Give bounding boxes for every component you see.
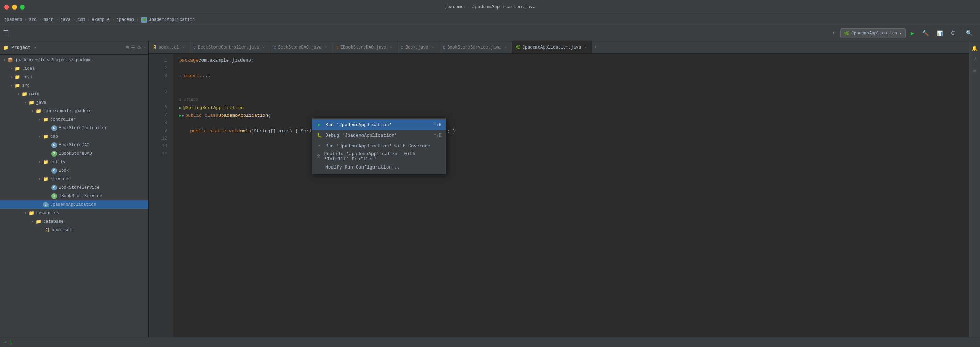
menu-item-coverage[interactable]: ☂ Run 'JpademoApplication' with Coverage [312, 140, 446, 151]
menu-label-modify: Modify Run Configuration... [325, 165, 400, 170]
profile-button[interactable]: ⏱ [948, 28, 958, 38]
window-controls[interactable] [4, 5, 25, 10]
tree-item-controller[interactable]: ▾ 📁 controller [0, 115, 148, 124]
vcs-up-icon: ↑ [832, 31, 835, 36]
main-layout: 📁 Project ▾ ⊟ ☰ ⚙ − ▾ 📦 jpademo ~/IdeaPr… [0, 41, 980, 337]
java-c-tab-icon-book: C [401, 45, 403, 49]
menu-item-modify[interactable]: Modify Run Configuration... [312, 162, 446, 172]
vcs-update-button[interactable]: ↑ [829, 28, 838, 38]
tree-item-ibookstoredao[interactable]: I IBookStoreDAO [0, 150, 148, 158]
project-tree: ▾ 📦 jpademo ~/IdeaProjects/jpademo › 📁 .… [0, 54, 148, 337]
folder-idea-icon: 📁 [14, 66, 20, 72]
tree-item-jpademo-app[interactable]: C JpademoApplication [0, 201, 148, 209]
search-everywhere-button[interactable]: 🔍 [963, 28, 976, 38]
tree-item-mvn[interactable]: › 📁 .mvn [0, 73, 148, 81]
tab-close-idao[interactable]: ✕ [388, 45, 393, 50]
tree-item-bookstoredao[interactable]: C BookStoreDAO [0, 141, 148, 150]
profile-icon: ⏱ [951, 30, 956, 36]
expand-all-icon[interactable]: ☰ [130, 45, 135, 51]
breadcrumb-item-example[interactable]: example [92, 18, 110, 22]
code-line-1: package com.example.jpademo; [179, 57, 969, 64]
tree-label-controller: controller [50, 117, 76, 122]
folder-dao-icon: 📁 [43, 134, 48, 140]
tab-close-app[interactable]: ✕ [583, 45, 588, 50]
code-line-14 [179, 151, 969, 159]
tab-close-book[interactable]: ✕ [431, 45, 436, 50]
menu-item-run[interactable]: ▶ Run 'JpademoApplication' ⌃⇧R [312, 119, 446, 130]
run-gutter-icon-7b[interactable]: ▶ [182, 112, 185, 120]
folder-mvn-icon: 📁 [14, 74, 20, 80]
tree-item-ibookstoreservice[interactable]: I IBookStoreService [0, 192, 148, 201]
run-gutter-icon-7[interactable]: ▶ [179, 112, 181, 120]
run-button[interactable]: ▶ [908, 28, 917, 38]
tree-item-project-root[interactable]: ▾ 📦 jpademo ~/IdeaProjects/jpademo [0, 56, 148, 64]
tree-item-package[interactable]: ▾ 📁 com.example.jpademo [0, 107, 148, 115]
collapse-icon[interactable]: ▸ [179, 72, 181, 80]
breadcrumb-item-jpademo[interactable]: jpademo [4, 18, 22, 22]
tree-item-booksql[interactable]: 🗄 book.sql [0, 226, 148, 234]
maximize-button[interactable] [20, 5, 25, 10]
tree-label-dao: dao [50, 134, 58, 139]
coverage-button[interactable]: 📊 [934, 28, 946, 38]
tab-ibookstoredao[interactable]: ! IBookStoreDAO.java ✕ [332, 41, 397, 54]
breadcrumb-item-src[interactable]: src [29, 18, 37, 22]
close-sidebar-icon[interactable]: − [143, 45, 145, 51]
usages-hint: 2 usages [179, 96, 969, 103]
tree-item-dao[interactable]: ▾ 📁 dao [0, 132, 148, 141]
terminal-icon[interactable]: ⌨ [970, 67, 979, 75]
breadcrumb-item-main[interactable]: main [43, 18, 54, 22]
code-line-4 [179, 80, 969, 88]
breadcrumb-item-com[interactable]: com [77, 18, 85, 22]
tree-item-resources[interactable]: ▾ 📁 resources [0, 209, 148, 217]
collapse-all-icon[interactable]: ⊟ [126, 45, 129, 51]
tree-item-services[interactable]: ▾ 📁 services [0, 175, 148, 183]
tree-item-src[interactable]: ▾ 📁 src [0, 81, 148, 90]
tree-item-bookstoreservice[interactable]: C BookStoreService [0, 183, 148, 192]
build-button[interactable]: 🔨 [919, 28, 932, 38]
close-button[interactable] [4, 5, 9, 10]
tab-bookstorecontroller[interactable]: C BookStoreController.java ✕ [190, 41, 270, 54]
breadcrumb-item-class[interactable]: JpademoApplication [149, 18, 195, 22]
tab-close-sql[interactable]: ✕ [181, 45, 186, 50]
tree-item-bookstorecontroller[interactable]: C BookStoreController [0, 124, 148, 132]
sidebar-toggle-icon[interactable]: ☰ [3, 29, 9, 38]
tree-item-database[interactable]: ▾ 📁 database [0, 217, 148, 226]
menu-item-debug[interactable]: 🐛 Debug 'JpademoApplication' ⌃⇧D [312, 130, 446, 140]
menu-label-profile: Profile 'JpademoApplication' with 'Intel… [324, 151, 442, 162]
git-icon[interactable]: ⑂ [970, 55, 979, 64]
breadcrumb-item-jpademo2[interactable]: jpademo [116, 18, 134, 22]
tab-close-svc[interactable]: ✕ [503, 45, 508, 50]
tab-bookstoreservice[interactable]: C BookStoreService.java ✕ [439, 41, 512, 54]
gutter-bar [170, 54, 173, 337]
menu-item-profile[interactable]: ⏱ Profile 'JpademoApplication' with 'Int… [312, 151, 446, 162]
tab-bookstoredao[interactable]: C BookStoreDAO.java ✕ [270, 41, 332, 54]
tree-item-book[interactable]: C Book [0, 166, 148, 175]
java-c-tab-icon-dao: C [274, 45, 276, 49]
tab-book[interactable]: C Book.java ✕ [397, 41, 439, 54]
run-gutter-icon-6[interactable]: ▶ [179, 104, 181, 112]
modify-menu-icon [316, 165, 323, 170]
minimize-button[interactable] [12, 5, 17, 10]
tree-label-bookstoreservice: BookStoreService [59, 185, 100, 190]
notifications-icon[interactable]: 🔔 [970, 44, 979, 53]
tree-item-entity[interactable]: ▾ 📁 entity [0, 158, 148, 166]
tab-bar: 🗄 book.sql ✕ C BookStoreController.java … [149, 41, 969, 54]
tree-item-java[interactable]: ▾ 📁 java [0, 99, 148, 107]
tree-item-main[interactable]: ▾ 📁 main [0, 90, 148, 99]
tab-book-sql[interactable]: 🗄 book.sql ✕ [149, 41, 190, 54]
tab-jpademo-app[interactable]: 🌿 JpademoApplication.java ✕ [512, 41, 592, 54]
editor-area: 🗄 book.sql ✕ C BookStoreController.java … [149, 41, 969, 337]
code-lines[interactable]: package com.example.jpademo; ▸ import ..… [173, 54, 969, 337]
settings-icon[interactable]: ⚙ [137, 45, 140, 51]
breadcrumb: jpademo › src › main › java › com › exam… [0, 14, 980, 25]
run-config-selector[interactable]: 🌿 JpademoApplication ▾ [840, 28, 906, 38]
tab-overflow-button[interactable]: › [592, 45, 599, 50]
editor-content[interactable]: 1 2 3 5 6 7 8 9 12 13 14 [149, 54, 969, 337]
sidebar-dropdown-icon[interactable]: ▾ [34, 46, 37, 50]
folder-services-icon: 📁 [43, 176, 48, 182]
tab-close-ctrl[interactable]: ✕ [261, 45, 266, 50]
context-menu[interactable]: ▶ Run 'JpademoApplication' ⌃⇧R 🐛 Debug '… [312, 118, 446, 174]
breadcrumb-item-java[interactable]: java [60, 18, 70, 22]
tree-item-idea[interactable]: › 📁 .idea [0, 64, 148, 73]
tab-close-dao[interactable]: ✕ [324, 45, 329, 50]
